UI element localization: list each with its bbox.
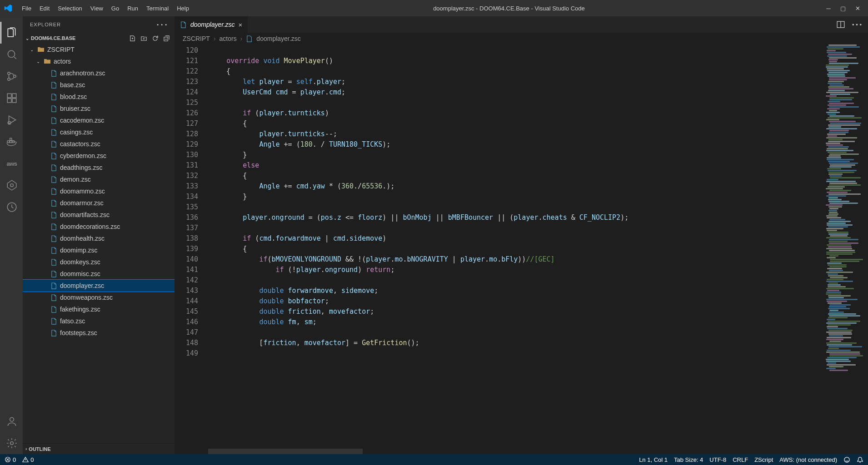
warnings-count: 0: [30, 456, 34, 463]
file-item[interactable]: demon.zsc: [23, 173, 175, 185]
menu-view[interactable]: View: [87, 3, 107, 14]
menu-file[interactable]: File: [18, 3, 35, 14]
search-icon[interactable]: [0, 44, 22, 65]
file-icon: [49, 306, 58, 313]
folder-zscript[interactable]: ⌄ ZSCRIPT: [23, 44, 175, 55]
folder-actors[interactable]: ⌄ actors: [23, 55, 175, 67]
collapse-all-icon[interactable]: [163, 35, 170, 42]
window-controls: ─ ▢ ✕: [825, 5, 864, 11]
status-warnings[interactable]: 0: [22, 456, 34, 463]
file-item[interactable]: doomplayer.zsc: [23, 280, 175, 292]
close-icon[interactable]: ✕: [854, 5, 861, 11]
menu-edit[interactable]: Edit: [36, 3, 53, 14]
more-actions-icon[interactable]: • • •: [852, 21, 862, 28]
file-icon: [49, 282, 58, 289]
explorer-icon[interactable]: [0, 22, 22, 44]
tab-doomplayer[interactable]: doomplayer.zsc ×: [175, 16, 248, 33]
breadcrumb-item[interactable]: doomplayer.zsc: [256, 35, 300, 42]
aws-icon[interactable]: aws: [0, 153, 22, 174]
svg-rect-9: [7, 141, 9, 143]
file-label: doomarmor.zsc: [60, 199, 104, 207]
file-label: castactors.zsc: [60, 140, 100, 148]
file-item[interactable]: doomimp.zsc: [23, 244, 175, 256]
titlebar: File Edit Selection View Go Run Terminal…: [0, 0, 868, 16]
file-item[interactable]: castactors.zsc: [23, 138, 175, 150]
file-item[interactable]: casings.zsc: [23, 126, 175, 138]
editor-area: doomplayer.zsc × • • • ZSCRIPT › actors …: [175, 16, 868, 454]
project-header[interactable]: ⌄DOOM64.CE.BASE: [23, 33, 175, 44]
menu-go[interactable]: Go: [108, 3, 123, 14]
kubernetes-icon[interactable]: [0, 174, 22, 196]
code-content[interactable]: override void MovePlayer() { let player …: [208, 45, 823, 454]
new-folder-icon[interactable]: [140, 35, 147, 42]
menu-terminal[interactable]: Terminal: [143, 3, 172, 14]
new-file-icon[interactable]: [129, 35, 136, 42]
breadcrumb-item[interactable]: actors: [219, 35, 237, 42]
status-tabsize[interactable]: Tab Size: 4: [674, 456, 703, 463]
docker-icon[interactable]: [0, 131, 22, 153]
file-item[interactable]: doomdecorations.zsc: [23, 221, 175, 232]
status-errors[interactable]: 0: [5, 456, 16, 463]
file-item[interactable]: doomweapons.zsc: [23, 292, 175, 303]
settings-gear-icon[interactable]: [0, 432, 22, 454]
menu-run[interactable]: Run: [124, 3, 142, 14]
status-language[interactable]: ZScript: [754, 456, 773, 463]
file-item[interactable]: base.zsc: [23, 79, 175, 91]
refresh-icon[interactable]: [152, 35, 159, 42]
live-share-icon[interactable]: [0, 196, 22, 218]
sidebar-more-icon[interactable]: • • •: [157, 22, 167, 27]
file-item[interactable]: doomarmor.zsc: [23, 197, 175, 209]
minimap[interactable]: [823, 45, 868, 454]
file-item[interactable]: footsteps.zsc: [23, 327, 175, 339]
svg-point-0: [8, 50, 15, 57]
file-label: casings.zsc: [60, 129, 93, 136]
vscode-logo-icon: [4, 4, 13, 13]
menu-help[interactable]: Help: [173, 3, 193, 14]
tab-label: doomplayer.zsc: [190, 21, 235, 28]
maximize-icon[interactable]: ▢: [840, 5, 846, 11]
status-aws[interactable]: AWS: (not connected): [779, 456, 837, 463]
extensions-icon[interactable]: [0, 87, 22, 109]
status-eol[interactable]: CRLF: [733, 456, 748, 463]
tab-close-icon[interactable]: ×: [239, 21, 243, 29]
file-item[interactable]: doomhealth.zsc: [23, 232, 175, 244]
file-label: footsteps.zsc: [60, 329, 97, 336]
status-encoding[interactable]: UTF-8: [709, 456, 726, 463]
file-item[interactable]: blood.zsc: [23, 91, 175, 103]
code-editor[interactable]: 1201211221231241251261271281291301311321…: [175, 45, 868, 454]
file-item[interactable]: doomartifacts.zsc: [23, 209, 175, 221]
file-item[interactable]: deadthings.zsc: [23, 162, 175, 173]
breadcrumb[interactable]: ZSCRIPT › actors › doomplayer.zsc: [175, 33, 868, 45]
run-debug-icon[interactable]: [0, 109, 22, 131]
file-label: blood.zsc: [60, 93, 87, 100]
minimize-icon[interactable]: ─: [825, 5, 832, 11]
svg-point-21: [844, 457, 849, 462]
file-label: fatso.zsc: [60, 317, 85, 325]
file-label: fakethings.zsc: [60, 306, 100, 313]
file-icon: [49, 153, 58, 159]
feedback-icon[interactable]: [843, 456, 850, 463]
svg-point-2: [8, 78, 10, 80]
file-item[interactable]: doomammo.zsc: [23, 185, 175, 197]
file-item[interactable]: cyberdemon.zsc: [23, 150, 175, 162]
file-tree[interactable]: ⌄ ZSCRIPT ⌄ actors arachnotron.zscbase.z…: [23, 44, 175, 443]
file-item[interactable]: arachnotron.zsc: [23, 67, 175, 79]
notifications-icon[interactable]: [857, 456, 863, 463]
status-cursor[interactable]: Ln 1, Col 1: [639, 456, 668, 463]
file-item[interactable]: fatso.zsc: [23, 315, 175, 327]
file-item[interactable]: fakethings.zsc: [23, 303, 175, 315]
file-item[interactable]: cacodemon.zsc: [23, 114, 175, 126]
split-editor-icon[interactable]: [837, 20, 845, 29]
source-control-icon[interactable]: [0, 65, 22, 87]
horizontal-scrollbar[interactable]: [208, 449, 363, 454]
account-icon[interactable]: [0, 411, 22, 432]
menu-selection[interactable]: Selection: [54, 3, 85, 14]
file-item[interactable]: doomkeys.zsc: [23, 256, 175, 268]
file-icon: [49, 235, 58, 242]
file-icon: [49, 82, 58, 89]
file-item[interactable]: doommisc.zsc: [23, 268, 175, 280]
file-item[interactable]: bruiser.zsc: [23, 103, 175, 114]
breadcrumb-item[interactable]: ZSCRIPT: [183, 35, 210, 42]
svg-rect-5: [7, 99, 11, 103]
outline-section[interactable]: › OUTLINE: [23, 443, 175, 454]
